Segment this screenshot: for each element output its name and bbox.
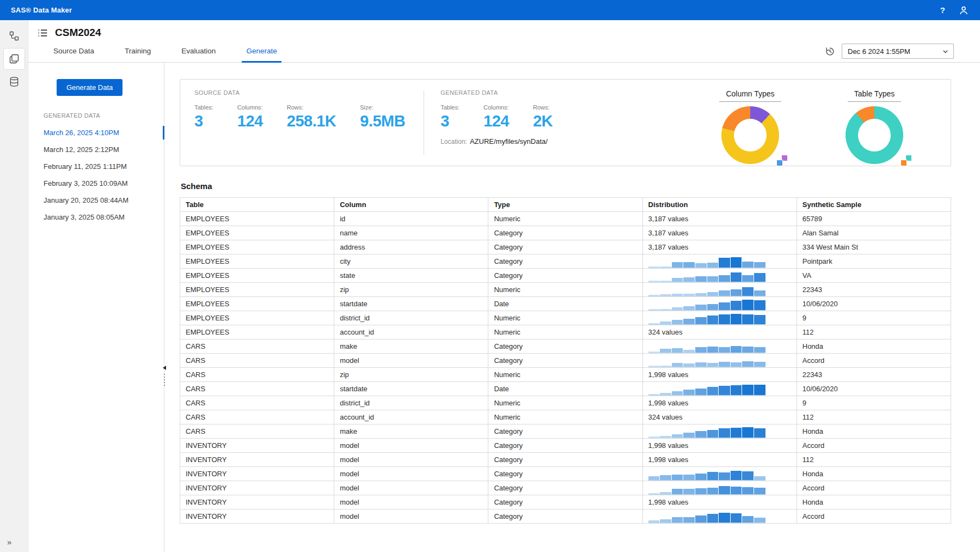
- column-header-synthetic-sample: Synthetic Sample: [797, 198, 951, 212]
- cell-distribution: [642, 297, 797, 311]
- stat-value: 2K: [533, 112, 553, 130]
- cell-synthetic-sample: Accord: [797, 509, 951, 524]
- help-icon[interactable]: ?: [940, 5, 945, 15]
- cell-column: district_id: [334, 311, 488, 325]
- table-row: EMPLOYEEScityCategoryPointpark: [180, 254, 951, 269]
- table-row: EMPLOYEESaccount_idNumeric324 values112: [180, 325, 951, 339]
- run-item[interactable]: January 20, 2025 08:44AM: [28, 192, 164, 209]
- run-item[interactable]: February 11, 2025 1:11PM: [28, 158, 164, 175]
- data-icon[interactable]: [4, 71, 24, 92]
- page-title: CSM2024: [55, 27, 101, 39]
- cell-table: EMPLOYEES: [180, 240, 334, 254]
- app-shell: CSM2024 Source DataTrainingEvaluationGen…: [28, 0, 980, 552]
- cell-distribution: 1,998 values: [642, 495, 797, 509]
- cell-type: Numeric: [488, 396, 642, 410]
- cell-synthetic-sample: 9: [797, 396, 951, 410]
- chart-legend-icon: [776, 155, 788, 166]
- distribution-histogram: [648, 427, 765, 438]
- table-row: CARSstartdateDate10/06/2020: [180, 382, 951, 396]
- tab-generate[interactable]: Generate: [244, 47, 279, 62]
- project-list-icon[interactable]: [37, 27, 48, 39]
- project-header: CSM2024: [28, 20, 980, 41]
- tab-source-data[interactable]: Source Data: [51, 47, 96, 62]
- column-header-column: Column: [334, 198, 488, 212]
- cell-column: account_id: [334, 410, 488, 424]
- history-icon[interactable]: [825, 46, 835, 57]
- cell-table: INVENTORY: [180, 495, 334, 509]
- cell-column: model: [334, 481, 488, 495]
- distribution-histogram: [648, 469, 765, 481]
- cell-synthetic-sample: Honda: [797, 495, 951, 509]
- cell-distribution: 3,187 values: [642, 212, 797, 226]
- generated-data-label: GENERATED DATA: [44, 112, 164, 119]
- chart-column-types: Column Types: [708, 89, 793, 158]
- table-row: INVENTORYmodelCategoryHonda: [180, 467, 951, 481]
- cell-distribution: [642, 283, 797, 297]
- cell-distribution: [642, 467, 797, 481]
- chart-table-types: Table Types: [832, 89, 917, 158]
- tab-evaluation[interactable]: Evaluation: [179, 47, 218, 62]
- cell-column: make: [334, 424, 488, 439]
- generate-data-button[interactable]: Generate Data: [57, 79, 122, 96]
- run-item[interactable]: March 12, 2025 2:12PM: [28, 141, 164, 158]
- cell-type: Numeric: [488, 283, 642, 297]
- projects-icon[interactable]: [4, 48, 24, 69]
- stat-value: 3: [440, 112, 460, 130]
- column-header-table: Table: [180, 198, 334, 212]
- cell-distribution: 324 values: [642, 410, 797, 424]
- table-row: EMPLOYEESdistrict_idNumeric9: [180, 311, 951, 325]
- stat-value: 124: [483, 112, 509, 130]
- table-row: INVENTORYmodelCategoryAccord: [180, 509, 951, 524]
- cell-table: EMPLOYEES: [180, 297, 334, 311]
- table-row: EMPLOYEESzipNumeric22343: [180, 283, 951, 297]
- cell-column: model: [334, 495, 488, 509]
- expand-rail-icon[interactable]: »: [7, 537, 11, 547]
- stat-columns: Columns:124: [483, 104, 509, 130]
- type-charts: Column TypesTable Types: [708, 89, 936, 158]
- run-item[interactable]: January 3, 2025 08:05AM: [28, 209, 164, 226]
- topbar: SAS® Data Maker ?: [0, 0, 980, 20]
- table-row: CARSzipNumeric1,998 values22343: [180, 368, 951, 382]
- tab-training[interactable]: Training: [122, 47, 153, 62]
- cell-distribution: 1,998 values: [642, 396, 797, 410]
- cell-synthetic-sample: Alan Samal: [797, 226, 951, 240]
- cell-distribution: [642, 339, 797, 354]
- cell-distribution: [642, 311, 797, 325]
- stat-label: Size:: [360, 104, 405, 111]
- cell-column: make: [334, 339, 488, 354]
- run-item[interactable]: March 26, 2025 4:10PM: [28, 124, 164, 141]
- run-item[interactable]: February 3, 2025 10:09AM: [28, 175, 164, 192]
- cell-column: model: [334, 354, 488, 368]
- table-row: EMPLOYEESidNumeric3,187 values65789: [180, 212, 951, 226]
- table-row: INVENTORYmodelCategory1,998 values112: [180, 453, 951, 467]
- column-header-distribution: Distribution: [642, 198, 797, 212]
- cell-table: CARS: [180, 339, 334, 354]
- user-icon[interactable]: [958, 5, 969, 16]
- cell-synthetic-sample: Honda: [797, 467, 951, 481]
- stat-label: Columns:: [483, 104, 509, 111]
- runs-list: March 26, 2025 4:10PMMarch 12, 2025 2:12…: [28, 124, 164, 226]
- cell-synthetic-sample: 112: [797, 453, 951, 467]
- cell-table: EMPLOYEES: [180, 212, 334, 226]
- cell-type: Category: [488, 424, 642, 439]
- location-row: Location:AZURE/myfiles/synData/: [440, 137, 553, 145]
- table-row: EMPLOYEESstartdateDate10/06/2020: [180, 297, 951, 311]
- cell-type: Category: [488, 226, 642, 240]
- cell-type: Category: [488, 240, 642, 254]
- generated-data-panel: Generate Data GENERATED DATA March 26, 2…: [28, 63, 164, 552]
- cell-distribution: [642, 254, 797, 269]
- cell-type: Category: [488, 467, 642, 481]
- stat-size: Size:9.5MB: [360, 104, 405, 130]
- cell-synthetic-sample: Accord: [797, 481, 951, 495]
- summary-divider: [424, 90, 424, 155]
- snapshot-value: Dec 6 2024 1:55PM: [848, 47, 910, 56]
- cell-column: model: [334, 467, 488, 481]
- cell-synthetic-sample: Accord: [797, 439, 951, 453]
- app-title: SAS® Data Maker: [11, 6, 72, 14]
- panel-resize-handle[interactable]: [161, 366, 168, 386]
- pipeline-icon[interactable]: [4, 26, 24, 46]
- snapshot-dropdown[interactable]: Dec 6 2024 1:55PM: [842, 44, 954, 59]
- schema-header-row: TableColumnTypeDistributionSynthetic Sam…: [180, 198, 951, 212]
- cell-distribution: 3,187 values: [642, 240, 797, 254]
- stat-tables: Tables:3: [440, 104, 460, 130]
